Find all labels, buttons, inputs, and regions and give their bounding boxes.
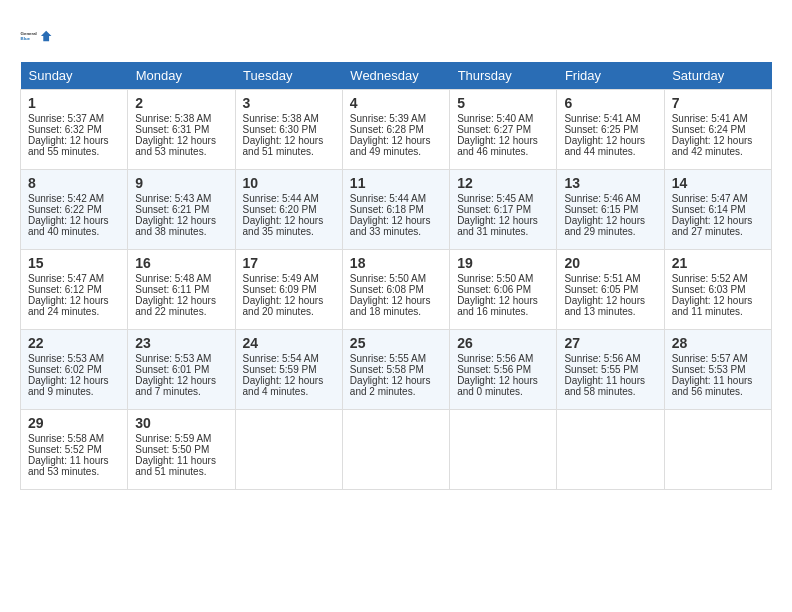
calendar-cell: 14Sunrise: 5:47 AMSunset: 6:14 PMDayligh… [664, 170, 771, 250]
sunset-text: Sunset: 6:22 PM [28, 204, 102, 215]
daylight-text: Daylight: 12 hours and 2 minutes. [350, 375, 431, 397]
sunrise-text: Sunrise: 5:54 AM [243, 353, 319, 364]
day-number: 21 [672, 255, 764, 271]
sunrise-text: Sunrise: 5:37 AM [28, 113, 104, 124]
calendar-table: SundayMondayTuesdayWednesdayThursdayFrid… [20, 62, 772, 490]
sunset-text: Sunset: 6:25 PM [564, 124, 638, 135]
sunset-text: Sunset: 6:05 PM [564, 284, 638, 295]
day-number: 14 [672, 175, 764, 191]
sunset-text: Sunset: 6:17 PM [457, 204, 531, 215]
sunrise-text: Sunrise: 5:44 AM [243, 193, 319, 204]
sunset-text: Sunset: 6:32 PM [28, 124, 102, 135]
svg-text:Blue: Blue [21, 36, 31, 41]
calendar-cell: 19Sunrise: 5:50 AMSunset: 6:06 PMDayligh… [450, 250, 557, 330]
week-row-4: 22Sunrise: 5:53 AMSunset: 6:02 PMDayligh… [21, 330, 772, 410]
calendar-cell: 13Sunrise: 5:46 AMSunset: 6:15 PMDayligh… [557, 170, 664, 250]
sunrise-text: Sunrise: 5:47 AM [28, 273, 104, 284]
day-number: 27 [564, 335, 656, 351]
sunrise-text: Sunrise: 5:55 AM [350, 353, 426, 364]
sunset-text: Sunset: 6:11 PM [135, 284, 209, 295]
daylight-text: Daylight: 12 hours and 46 minutes. [457, 135, 538, 157]
daylight-text: Daylight: 11 hours and 58 minutes. [564, 375, 645, 397]
sunset-text: Sunset: 6:20 PM [243, 204, 317, 215]
calendar-cell: 29Sunrise: 5:58 AMSunset: 5:52 PMDayligh… [21, 410, 128, 490]
daylight-text: Daylight: 12 hours and 22 minutes. [135, 295, 216, 317]
daylight-text: Daylight: 12 hours and 9 minutes. [28, 375, 109, 397]
sunrise-text: Sunrise: 5:44 AM [350, 193, 426, 204]
day-number: 6 [564, 95, 656, 111]
sunrise-text: Sunrise: 5:59 AM [135, 433, 211, 444]
sunrise-text: Sunrise: 5:41 AM [564, 113, 640, 124]
calendar-cell [450, 410, 557, 490]
sunrise-text: Sunrise: 5:43 AM [135, 193, 211, 204]
sunset-text: Sunset: 6:06 PM [457, 284, 531, 295]
sunrise-text: Sunrise: 5:52 AM [672, 273, 748, 284]
day-number: 18 [350, 255, 442, 271]
sunset-text: Sunset: 5:59 PM [243, 364, 317, 375]
sunset-text: Sunset: 5:53 PM [672, 364, 746, 375]
sunset-text: Sunset: 6:31 PM [135, 124, 209, 135]
day-number: 10 [243, 175, 335, 191]
calendar-cell [235, 410, 342, 490]
weekday-header-saturday: Saturday [664, 62, 771, 90]
day-number: 29 [28, 415, 120, 431]
day-number: 16 [135, 255, 227, 271]
sunrise-text: Sunrise: 5:49 AM [243, 273, 319, 284]
calendar-cell [342, 410, 449, 490]
daylight-text: Daylight: 12 hours and 20 minutes. [243, 295, 324, 317]
calendar-cell: 12Sunrise: 5:45 AMSunset: 6:17 PMDayligh… [450, 170, 557, 250]
day-number: 12 [457, 175, 549, 191]
calendar-cell: 8Sunrise: 5:42 AMSunset: 6:22 PMDaylight… [21, 170, 128, 250]
weekday-header-tuesday: Tuesday [235, 62, 342, 90]
daylight-text: Daylight: 11 hours and 53 minutes. [28, 455, 109, 477]
calendar-cell: 30Sunrise: 5:59 AMSunset: 5:50 PMDayligh… [128, 410, 235, 490]
sunrise-text: Sunrise: 5:56 AM [457, 353, 533, 364]
sunset-text: Sunset: 5:55 PM [564, 364, 638, 375]
day-number: 1 [28, 95, 120, 111]
week-row-5: 29Sunrise: 5:58 AMSunset: 5:52 PMDayligh… [21, 410, 772, 490]
sunrise-text: Sunrise: 5:38 AM [243, 113, 319, 124]
svg-text:General: General [21, 31, 37, 36]
sunset-text: Sunset: 5:56 PM [457, 364, 531, 375]
calendar-cell: 17Sunrise: 5:49 AMSunset: 6:09 PMDayligh… [235, 250, 342, 330]
weekday-header-sunday: Sunday [21, 62, 128, 90]
week-row-3: 15Sunrise: 5:47 AMSunset: 6:12 PMDayligh… [21, 250, 772, 330]
sunrise-text: Sunrise: 5:56 AM [564, 353, 640, 364]
daylight-text: Daylight: 12 hours and 18 minutes. [350, 295, 431, 317]
sunset-text: Sunset: 6:24 PM [672, 124, 746, 135]
calendar-cell [557, 410, 664, 490]
weekday-header-friday: Friday [557, 62, 664, 90]
sunset-text: Sunset: 6:08 PM [350, 284, 424, 295]
sunset-text: Sunset: 6:14 PM [672, 204, 746, 215]
sunrise-text: Sunrise: 5:39 AM [350, 113, 426, 124]
daylight-text: Daylight: 12 hours and 33 minutes. [350, 215, 431, 237]
daylight-text: Daylight: 12 hours and 53 minutes. [135, 135, 216, 157]
calendar-cell: 10Sunrise: 5:44 AMSunset: 6:20 PMDayligh… [235, 170, 342, 250]
day-number: 26 [457, 335, 549, 351]
sunrise-text: Sunrise: 5:42 AM [28, 193, 104, 204]
day-number: 25 [350, 335, 442, 351]
daylight-text: Daylight: 12 hours and 55 minutes. [28, 135, 109, 157]
day-number: 20 [564, 255, 656, 271]
sunrise-text: Sunrise: 5:50 AM [457, 273, 533, 284]
sunrise-text: Sunrise: 5:46 AM [564, 193, 640, 204]
day-number: 28 [672, 335, 764, 351]
calendar-cell: 21Sunrise: 5:52 AMSunset: 6:03 PMDayligh… [664, 250, 771, 330]
sunset-text: Sunset: 6:09 PM [243, 284, 317, 295]
daylight-text: Daylight: 12 hours and 13 minutes. [564, 295, 645, 317]
sunrise-text: Sunrise: 5:41 AM [672, 113, 748, 124]
daylight-text: Daylight: 12 hours and 38 minutes. [135, 215, 216, 237]
calendar-cell: 24Sunrise: 5:54 AMSunset: 5:59 PMDayligh… [235, 330, 342, 410]
sunset-text: Sunset: 5:58 PM [350, 364, 424, 375]
calendar-cell: 4Sunrise: 5:39 AMSunset: 6:28 PMDaylight… [342, 90, 449, 170]
sunset-text: Sunset: 6:03 PM [672, 284, 746, 295]
sunrise-text: Sunrise: 5:48 AM [135, 273, 211, 284]
daylight-text: Daylight: 12 hours and 40 minutes. [28, 215, 109, 237]
daylight-text: Daylight: 12 hours and 7 minutes. [135, 375, 216, 397]
sunrise-text: Sunrise: 5:58 AM [28, 433, 104, 444]
sunrise-text: Sunrise: 5:50 AM [350, 273, 426, 284]
daylight-text: Daylight: 12 hours and 27 minutes. [672, 215, 753, 237]
day-number: 19 [457, 255, 549, 271]
sunset-text: Sunset: 6:02 PM [28, 364, 102, 375]
daylight-text: Daylight: 12 hours and 0 minutes. [457, 375, 538, 397]
